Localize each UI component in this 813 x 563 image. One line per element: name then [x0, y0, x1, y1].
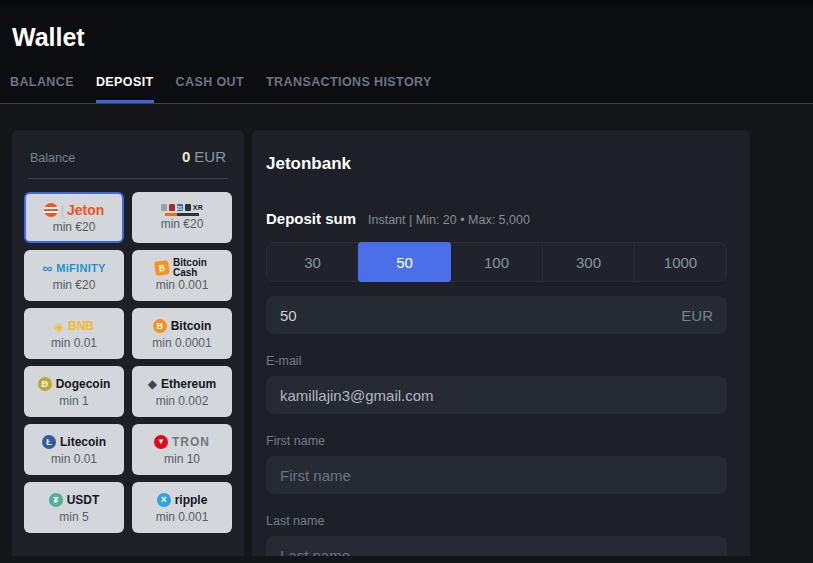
method-name: Dogecoin	[56, 377, 111, 391]
method-min: min 0.01	[51, 337, 97, 350]
amount-input[interactable]	[280, 307, 681, 324]
email-input[interactable]	[266, 376, 727, 414]
method-name: Ethereum	[161, 377, 216, 391]
amount-preset-50[interactable]: 50	[358, 242, 451, 282]
tab-deposit[interactable]: DEPOSIT	[96, 76, 154, 103]
method-min: min €20	[53, 279, 96, 292]
last-name-field-group: Last name	[266, 514, 727, 556]
method-min: min 0.001	[156, 511, 209, 524]
tab-balance[interactable]: BALANCE	[10, 76, 74, 103]
ethereum-icon: ◆	[148, 378, 157, 390]
mifinity-infinity-icon: ∞	[42, 261, 52, 275]
method-litecoin[interactable]: ŁLitecoin min 0.01	[24, 424, 124, 475]
balance-value: 0	[182, 148, 190, 165]
method-min: min 1	[59, 395, 88, 408]
tab-transactions-history[interactable]: TRANSACTIONS HISTORY	[266, 76, 432, 103]
payment-methods-panel: Balance 0EUR |Jeton min €20 21XR min €20	[12, 130, 244, 556]
deposit-limits-text: Instant | Min: 20 • Max: 5,000	[368, 213, 530, 227]
method-multi-payment[interactable]: 21XR min €20	[132, 192, 232, 243]
amount-preset-300[interactable]: 300	[542, 242, 635, 282]
amount-preset-100[interactable]: 100	[450, 242, 543, 282]
method-name: Bitcoin	[171, 319, 212, 333]
deposit-form-panel: Jetonbank Deposit sum Instant | Min: 20 …	[252, 130, 750, 556]
method-tron[interactable]: ▼TRON min 10	[132, 424, 232, 475]
jeton-logo-separator: |	[61, 203, 64, 218]
wallet-content: Balance 0EUR |Jeton min €20 21XR min €20	[0, 104, 813, 556]
litecoin-icon: Ł	[42, 435, 56, 449]
method-ripple[interactable]: ×ripple min 0.001	[132, 482, 232, 533]
bitcoin-cash-icon: B	[154, 260, 170, 276]
ripple-icon: ×	[157, 493, 171, 507]
amount-preset-30[interactable]: 30	[266, 242, 359, 282]
method-name: Jeton	[67, 202, 104, 218]
method-min: min 0.01	[51, 453, 97, 466]
last-name-input[interactable]	[266, 536, 727, 556]
tron-icon: ▼	[154, 435, 168, 449]
email-label: E-mail	[266, 354, 727, 368]
amount-field: EUR	[266, 296, 727, 334]
amount-currency-label: EUR	[681, 307, 713, 324]
first-name-label: First name	[266, 434, 727, 448]
method-min: min €20	[53, 221, 96, 234]
deposit-sum-label: Deposit sum	[266, 210, 356, 227]
amount-preset-group: 30 50 100 300 1000	[266, 242, 727, 282]
method-min: min 5	[59, 511, 88, 524]
method-min: min 0.001	[156, 279, 209, 292]
balance-currency: EUR	[194, 148, 226, 165]
wallet-tabs: BALANCE DEPOSIT CASH OUT TRANSACTIONS HI…	[10, 76, 813, 103]
balance-divider	[28, 178, 228, 179]
balance-row: Balance 0EUR	[20, 142, 236, 166]
bnb-diamond-icon: ◈	[54, 320, 64, 333]
page-title: Wallet	[0, 6, 813, 52]
method-name: MiFINITY	[56, 262, 105, 274]
method-name: BNB	[68, 319, 94, 333]
bitcoin-icon: B	[153, 319, 167, 333]
method-name: Bitcoin Cash	[173, 258, 209, 278]
first-name-input[interactable]	[266, 456, 727, 494]
tab-cash-out[interactable]: CASH OUT	[176, 76, 244, 103]
method-min: min 0.0001	[152, 337, 211, 350]
method-bnb[interactable]: ◈BNB min 0.01	[24, 308, 124, 359]
dogecoin-icon: Đ	[38, 377, 52, 391]
balance-amount: 0EUR	[182, 148, 226, 166]
method-ethereum[interactable]: ◆Ethereum min 0.002	[132, 366, 232, 417]
wallet-header: Wallet BALANCE DEPOSIT CASH OUT TRANSACT…	[0, 6, 813, 104]
method-jeton[interactable]: |Jeton min €20	[24, 192, 124, 243]
provider-title: Jetonbank	[266, 154, 727, 174]
tether-icon: ₮	[49, 493, 63, 507]
multi-payment-logos-icon: 21XR	[161, 204, 204, 216]
deposit-sum-row: Deposit sum Instant | Min: 20 • Max: 5,0…	[266, 210, 727, 227]
method-bitcoin[interactable]: BBitcoin min 0.0001	[132, 308, 232, 359]
last-name-label: Last name	[266, 514, 727, 528]
method-min: min 10	[164, 453, 200, 466]
amount-preset-1000[interactable]: 1000	[634, 242, 727, 282]
method-bitcoin-cash[interactable]: BBitcoin Cash min 0.001	[132, 250, 232, 301]
method-usdt[interactable]: ₮USDT min 5	[24, 482, 124, 533]
first-name-field-group: First name	[266, 434, 727, 494]
method-min: min €20	[161, 218, 204, 231]
payment-method-grid: |Jeton min €20 21XR min €20 ∞MiFINITY mi…	[20, 192, 236, 533]
method-mifinity[interactable]: ∞MiFINITY min €20	[24, 250, 124, 301]
balance-label: Balance	[30, 151, 75, 165]
method-name: ripple	[175, 493, 208, 507]
method-name: TRON	[172, 435, 210, 449]
jeton-logo-icon	[44, 203, 58, 217]
method-name: Litecoin	[60, 435, 106, 449]
email-field-group: E-mail	[266, 354, 727, 414]
method-name: USDT	[67, 493, 100, 507]
method-min: min 0.002	[156, 395, 209, 408]
method-dogecoin[interactable]: ĐDogecoin min 1	[24, 366, 124, 417]
